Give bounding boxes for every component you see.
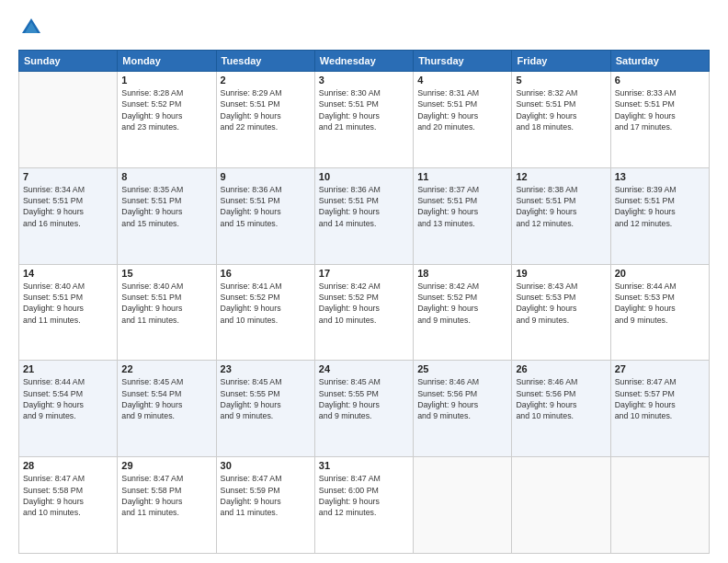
day-number: 10 [319, 171, 409, 182]
weekday-header-saturday: Saturday [610, 51, 709, 72]
day-info: Sunrise: 8:38 AMSunset: 5:51 PMDaylight:… [516, 184, 606, 229]
day-info: Sunrise: 8:41 AMSunset: 5:52 PMDaylight:… [221, 281, 311, 326]
calendar-cell: 17Sunrise: 8:42 AMSunset: 5:52 PMDayligh… [314, 264, 413, 361]
day-number: 30 [221, 460, 311, 471]
weekday-header-thursday: Thursday [414, 51, 512, 72]
day-info: Sunrise: 8:45 AMSunset: 5:54 PMDaylight:… [121, 376, 211, 421]
day-info: Sunrise: 8:30 AMSunset: 5:51 PMDaylight:… [319, 87, 409, 132]
day-info: Sunrise: 8:39 AMSunset: 5:51 PMDaylight:… [615, 184, 705, 229]
day-number: 23 [221, 363, 311, 374]
day-info: Sunrise: 8:42 AMSunset: 5:52 PMDaylight:… [417, 281, 507, 326]
calendar-cell: 13Sunrise: 8:39 AMSunset: 5:51 PMDayligh… [610, 167, 709, 264]
day-number: 2 [221, 75, 311, 86]
calendar-cell [610, 457, 709, 554]
day-number: 15 [121, 268, 211, 279]
calendar-cell: 29Sunrise: 8:47 AMSunset: 5:58 PMDayligh… [118, 457, 216, 554]
day-number: 6 [615, 75, 705, 86]
calendar-cell: 7Sunrise: 8:34 AMSunset: 5:51 PMDaylight… [19, 167, 118, 264]
day-number: 14 [23, 268, 113, 279]
calendar-cell: 1Sunrise: 8:28 AMSunset: 5:52 PMDaylight… [118, 72, 216, 168]
logo [18, 15, 48, 40]
weekday-header-monday: Monday [118, 51, 216, 72]
calendar-cell: 28Sunrise: 8:47 AMSunset: 5:58 PMDayligh… [19, 457, 118, 554]
calendar-cell: 3Sunrise: 8:30 AMSunset: 5:51 PMDaylight… [314, 72, 413, 168]
calendar-cell: 24Sunrise: 8:45 AMSunset: 5:55 PMDayligh… [314, 361, 413, 457]
calendar-cell: 9Sunrise: 8:36 AMSunset: 5:51 PMDaylight… [216, 167, 314, 264]
day-info: Sunrise: 8:36 AMSunset: 5:51 PMDaylight:… [319, 184, 409, 229]
day-number: 7 [23, 171, 113, 182]
day-number: 27 [615, 363, 705, 374]
day-number: 8 [121, 171, 211, 182]
calendar-cell: 12Sunrise: 8:38 AMSunset: 5:51 PMDayligh… [512, 167, 610, 264]
day-number: 12 [516, 171, 606, 182]
day-number: 11 [417, 171, 507, 182]
day-info: Sunrise: 8:44 AMSunset: 5:53 PMDaylight:… [615, 281, 705, 326]
calendar-cell: 16Sunrise: 8:41 AMSunset: 5:52 PMDayligh… [216, 264, 314, 361]
day-number: 9 [221, 171, 311, 182]
day-number: 19 [516, 268, 606, 279]
calendar-cell [414, 457, 512, 554]
day-number: 24 [319, 363, 409, 374]
day-info: Sunrise: 8:45 AMSunset: 5:55 PMDaylight:… [221, 376, 311, 421]
day-info: Sunrise: 8:47 AMSunset: 6:00 PMDaylight:… [319, 473, 409, 518]
day-info: Sunrise: 8:32 AMSunset: 5:51 PMDaylight:… [516, 87, 606, 132]
calendar-cell: 4Sunrise: 8:31 AMSunset: 5:51 PMDaylight… [414, 72, 512, 168]
day-info: Sunrise: 8:40 AMSunset: 5:51 PMDaylight:… [23, 281, 113, 326]
day-number: 28 [23, 460, 113, 471]
calendar-cell: 5Sunrise: 8:32 AMSunset: 5:51 PMDaylight… [512, 72, 610, 168]
calendar-table: SundayMondayTuesdayWednesdayThursdayFrid… [18, 50, 710, 554]
day-info: Sunrise: 8:31 AMSunset: 5:51 PMDaylight:… [417, 87, 507, 132]
day-number: 16 [221, 268, 311, 279]
day-number: 13 [615, 171, 705, 182]
day-number: 26 [516, 363, 606, 374]
logo-icon [18, 15, 44, 40]
day-info: Sunrise: 8:47 AMSunset: 5:57 PMDaylight:… [615, 376, 705, 421]
day-info: Sunrise: 8:47 AMSunset: 5:59 PMDaylight:… [221, 473, 311, 518]
day-number: 5 [516, 75, 606, 86]
page: SundayMondayTuesdayWednesdayThursdayFrid… [0, 0, 728, 563]
calendar-week-row: 14Sunrise: 8:40 AMSunset: 5:51 PMDayligh… [19, 264, 710, 361]
day-number: 4 [417, 75, 507, 86]
day-info: Sunrise: 8:45 AMSunset: 5:55 PMDaylight:… [319, 376, 409, 421]
weekday-header-tuesday: Tuesday [216, 51, 314, 72]
calendar-cell: 27Sunrise: 8:47 AMSunset: 5:57 PMDayligh… [610, 361, 709, 457]
calendar-cell: 14Sunrise: 8:40 AMSunset: 5:51 PMDayligh… [19, 264, 118, 361]
calendar-week-row: 1Sunrise: 8:28 AMSunset: 5:52 PMDaylight… [19, 72, 710, 168]
calendar-cell [19, 72, 118, 168]
calendar-week-row: 7Sunrise: 8:34 AMSunset: 5:51 PMDaylight… [19, 167, 710, 264]
calendar-cell: 6Sunrise: 8:33 AMSunset: 5:51 PMDaylight… [610, 72, 709, 168]
day-number: 21 [23, 363, 113, 374]
day-number: 3 [319, 75, 409, 86]
calendar-cell: 18Sunrise: 8:42 AMSunset: 5:52 PMDayligh… [414, 264, 512, 361]
day-info: Sunrise: 8:42 AMSunset: 5:52 PMDaylight:… [319, 281, 409, 326]
day-number: 29 [121, 460, 211, 471]
calendar-header-row: SundayMondayTuesdayWednesdayThursdayFrid… [19, 51, 710, 72]
calendar-cell: 15Sunrise: 8:40 AMSunset: 5:51 PMDayligh… [118, 264, 216, 361]
calendar-cell: 23Sunrise: 8:45 AMSunset: 5:55 PMDayligh… [216, 361, 314, 457]
calendar-week-row: 28Sunrise: 8:47 AMSunset: 5:58 PMDayligh… [19, 457, 710, 554]
day-number: 25 [417, 363, 507, 374]
day-info: Sunrise: 8:29 AMSunset: 5:51 PMDaylight:… [221, 87, 311, 132]
day-info: Sunrise: 8:47 AMSunset: 5:58 PMDaylight:… [23, 473, 113, 518]
day-info: Sunrise: 8:37 AMSunset: 5:51 PMDaylight:… [417, 184, 507, 229]
day-info: Sunrise: 8:46 AMSunset: 5:56 PMDaylight:… [516, 376, 606, 421]
calendar-cell: 22Sunrise: 8:45 AMSunset: 5:54 PMDayligh… [118, 361, 216, 457]
calendar-week-row: 21Sunrise: 8:44 AMSunset: 5:54 PMDayligh… [19, 361, 710, 457]
calendar-cell: 30Sunrise: 8:47 AMSunset: 5:59 PMDayligh… [216, 457, 314, 554]
day-number: 20 [615, 268, 705, 279]
calendar-cell: 10Sunrise: 8:36 AMSunset: 5:51 PMDayligh… [314, 167, 413, 264]
day-info: Sunrise: 8:43 AMSunset: 5:53 PMDaylight:… [516, 281, 606, 326]
weekday-header-wednesday: Wednesday [314, 51, 413, 72]
calendar-cell: 21Sunrise: 8:44 AMSunset: 5:54 PMDayligh… [19, 361, 118, 457]
day-info: Sunrise: 8:46 AMSunset: 5:56 PMDaylight:… [417, 376, 507, 421]
day-info: Sunrise: 8:35 AMSunset: 5:51 PMDaylight:… [121, 184, 211, 229]
day-info: Sunrise: 8:40 AMSunset: 5:51 PMDaylight:… [121, 281, 211, 326]
day-number: 31 [319, 460, 409, 471]
calendar-cell: 2Sunrise: 8:29 AMSunset: 5:51 PMDaylight… [216, 72, 314, 168]
day-info: Sunrise: 8:34 AMSunset: 5:51 PMDaylight:… [23, 184, 113, 229]
day-info: Sunrise: 8:33 AMSunset: 5:51 PMDaylight:… [615, 87, 705, 132]
calendar-cell: 19Sunrise: 8:43 AMSunset: 5:53 PMDayligh… [512, 264, 610, 361]
day-info: Sunrise: 8:47 AMSunset: 5:58 PMDaylight:… [121, 473, 211, 518]
weekday-header-sunday: Sunday [19, 51, 118, 72]
calendar-cell: 31Sunrise: 8:47 AMSunset: 6:00 PMDayligh… [314, 457, 413, 554]
